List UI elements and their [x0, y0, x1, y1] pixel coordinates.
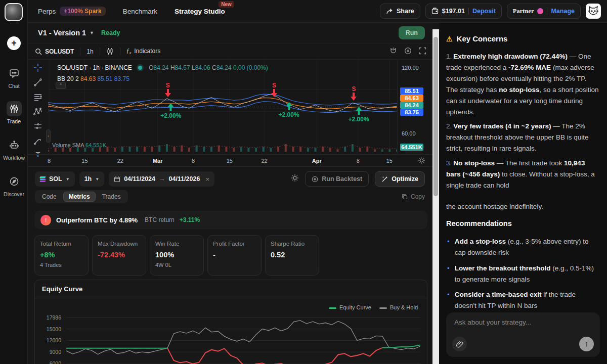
partner-label: Partner: [513, 8, 534, 15]
wallet-icon: [431, 8, 439, 15]
price-label-badge: 64.551K: [400, 144, 423, 151]
sidebar-item-chat[interactable]: Chat: [0, 66, 28, 89]
settings-gear-icon[interactable]: [291, 174, 299, 184]
tab-trades[interactable]: Trades: [97, 192, 126, 202]
recommendation-item: •Lower the breakout threshold (e.g., 0.5…: [446, 263, 599, 285]
balance-button[interactable]: $197.01 Deposit: [425, 4, 502, 19]
orphan-line: the account hostage indefinitely.: [446, 201, 599, 212]
sidebar-item-discover[interactable]: Discover: [0, 174, 28, 197]
candlestick-icon: [106, 48, 114, 55]
banner-sub-value: +3.11%: [180, 216, 200, 223]
left-rail: + Chat Trade Workflow Discover: [0, 0, 28, 364]
send-button[interactable]: ↑: [579, 337, 594, 351]
strategy-header: V1 - Version 1 ▼ Ready Run: [28, 23, 432, 43]
divider: [100, 48, 100, 56]
position-tool-icon[interactable]: [32, 121, 44, 131]
nav-benchmark[interactable]: Benchmark: [123, 8, 157, 15]
account-avatar[interactable]: [586, 4, 601, 19]
nav-strategy-studio[interactable]: Strategy Studio New: [175, 8, 225, 15]
version-selector[interactable]: V1 - Version 1 ▼: [38, 29, 94, 37]
metric-cards: Total Return +8% 4 Trades Max Drawdown -…: [34, 235, 319, 276]
date-range-picker[interactable]: 04/11/2024 → 04/11/2026 ×: [109, 171, 214, 187]
run-backtest-button[interactable]: Run Backtest: [305, 171, 369, 187]
interval-select[interactable]: 1h▼: [79, 171, 105, 187]
tab-group: Code Metrics Trades: [35, 190, 128, 203]
add-button[interactable]: +: [7, 36, 21, 50]
time-axis-label: 15: [386, 158, 393, 164]
trade-icon: [7, 101, 22, 116]
pattern-tool-icon[interactable]: [32, 107, 44, 117]
play-circle-icon: [312, 176, 318, 183]
deposit-link[interactable]: Deposit: [472, 8, 496, 15]
price-label-badge: 84.63: [400, 95, 423, 102]
volume-legend: Volume SMA 64.551K: [52, 142, 106, 148]
strategy-studio-app: + Chat Trade Workflow Discover: [0, 0, 607, 364]
outperform-banner: ↑ Outperform BTC by 4.89% BTC return +3.…: [34, 211, 427, 229]
trendline-tool-icon[interactable]: [32, 77, 44, 87]
time-axis-label: 8: [48, 158, 51, 164]
nav-perps-label: Perps: [38, 8, 56, 15]
time-axis[interactable]: 81522Mar81522Apr815: [28, 154, 432, 167]
main-panel: V1 - Version 1 ▼ Ready Run SOLUSDT 1h ƒx…: [28, 23, 432, 364]
new-badge: New: [219, 1, 234, 8]
sidebar-item-trade[interactable]: Trade: [0, 101, 28, 124]
legend-collapse-button[interactable]: ⌃: [56, 82, 66, 89]
indicators-button[interactable]: ƒx Indicators: [126, 47, 161, 55]
time-axis-label: 15: [81, 158, 88, 164]
crosshair-tool-icon[interactable]: [32, 63, 44, 73]
sidebar-item-workflow[interactable]: Workflow: [0, 138, 28, 161]
chevron-down-icon: ▼: [90, 30, 94, 35]
magnet-icon[interactable]: [389, 47, 397, 56]
nav-perps[interactable]: Perps +100% Spark: [38, 7, 106, 16]
chart-toolbar: SOLUSDT 1h ƒx Indicators: [28, 43, 432, 60]
divider: [468, 8, 469, 15]
price-label-badge: 85.51: [400, 87, 423, 95]
equity-y-axis: 17986150001200090006000: [35, 312, 63, 364]
time-axis-label: 8: [357, 158, 360, 164]
page-scrollbar[interactable]: [432, 29, 439, 364]
brush-tool-icon[interactable]: [32, 136, 44, 146]
chart-type-button[interactable]: [106, 48, 114, 55]
sidebar-item-label: Trade: [7, 118, 21, 124]
price-label-badge: 84.24: [400, 102, 423, 109]
snapshot-icon[interactable]: [404, 47, 412, 56]
tab-metrics[interactable]: Metrics: [63, 192, 96, 202]
manage-link[interactable]: Manage: [551, 8, 575, 15]
chevron-down-icon: ▼: [95, 177, 99, 181]
take-profit-marker: +2.00%: [279, 102, 299, 118]
short-entry-marker: S: [350, 86, 357, 101]
symbol-label: SOLUSDT: [45, 48, 74, 55]
attach-button[interactable]: [452, 337, 467, 351]
time-axis-label: 8: [192, 158, 195, 164]
top-nav: Perps +100% Spark Benchmark Strategy Stu…: [38, 7, 225, 16]
metric-card-total-return: Total Return +8% 4 Trades: [34, 235, 89, 276]
axis-settings-icon[interactable]: [418, 157, 425, 165]
price-axis[interactable]: 120.0085.5184.6384.2483.7560.0064.551K: [397, 60, 432, 154]
tab-code[interactable]: Code: [36, 192, 62, 202]
time-axis-label: Mar: [153, 158, 163, 164]
price-axis-label: 120.00: [402, 65, 419, 71]
asset-select[interactable]: SOL▼: [35, 171, 75, 187]
balance-amount: $197.01: [442, 8, 465, 15]
scrollbar-thumb[interactable]: [433, 37, 438, 196]
optimize-button[interactable]: Optimize: [375, 171, 425, 187]
fib-tool-icon[interactable]: [32, 92, 44, 102]
equity-y-label: 6000: [50, 360, 61, 364]
chat-input[interactable]: [454, 318, 592, 326]
share-button[interactable]: Share: [380, 4, 420, 19]
chart-plot-area[interactable]: SSS+2.00%+2.00%+2.00% SOL/USDT · 1h · BI…: [48, 60, 397, 154]
clear-date-icon[interactable]: ×: [205, 175, 209, 183]
user-avatar[interactable]: [5, 3, 23, 21]
partner-button[interactable]: Partner Manage: [507, 4, 581, 19]
cat-icon: [587, 5, 599, 17]
fullscreen-icon[interactable]: [419, 47, 426, 56]
price-chart[interactable]: T ‹ SSS+2.00%+2.00%+2.00% SOL/USDT · 1h …: [28, 60, 432, 167]
top-bar: Perps +100% Spark Benchmark Strategy Stu…: [28, 0, 607, 23]
live-dot: [138, 66, 142, 70]
copy-button[interactable]: Copy: [402, 193, 425, 200]
topbar-actions: Share $197.01 Deposit Partner Manage: [380, 4, 601, 19]
symbol-search[interactable]: SOLUSDT: [35, 48, 74, 55]
interval-button[interactable]: 1h: [86, 48, 93, 55]
run-button[interactable]: Run: [399, 26, 425, 39]
banner-title: Outperform BTC by 4.89%: [56, 216, 138, 224]
